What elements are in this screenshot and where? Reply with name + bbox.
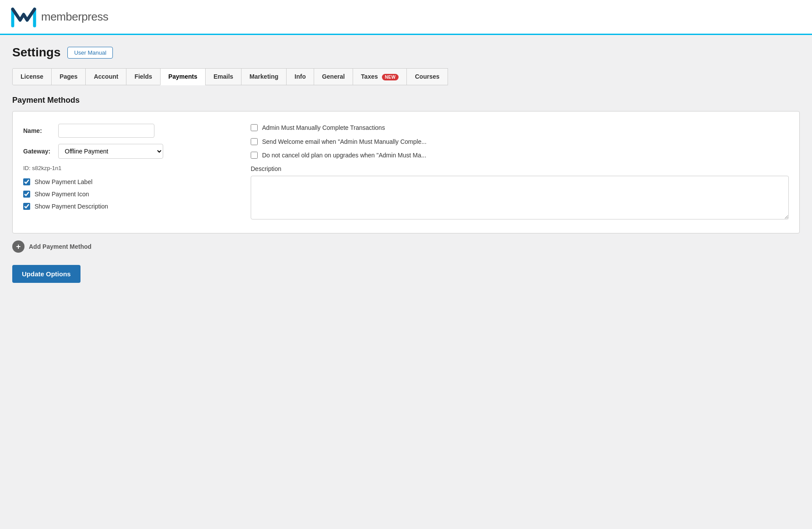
gateway-row: Gateway: Offline Payment Stripe PayPal A… (23, 144, 224, 159)
add-payment-row[interactable]: + Add Payment Method (12, 240, 800, 253)
tab-license[interactable]: License (12, 68, 52, 85)
show-payment-description-checkbox[interactable] (23, 203, 30, 210)
gateway-label: Gateway: (23, 148, 54, 155)
show-payment-icon-checkbox[interactable] (23, 191, 30, 198)
logo-icon (10, 5, 37, 29)
send-welcome-checkbox[interactable] (251, 138, 258, 145)
name-row: Name: (23, 124, 224, 138)
payment-methods-section: Payment Methods Name: Gateway: Offline P… (12, 96, 800, 283)
show-payment-icon-text: Show Payment Icon (35, 191, 89, 198)
page-title: Settings (12, 45, 60, 59)
send-welcome-label: Send Welcome email when "Admin Must Manu… (262, 138, 427, 146)
payment-card-inner: Name: Gateway: Offline Payment Stripe Pa… (23, 124, 789, 221)
main-content: Settings User Manual License Pages Accou… (0, 35, 812, 293)
tabs-bar: License Pages Account Fields Payments Em… (12, 68, 800, 85)
send-welcome-row: Send Welcome email when "Admin Must Manu… (251, 138, 789, 146)
tab-payments[interactable]: Payments (160, 68, 206, 85)
do-not-cancel-checkbox[interactable] (251, 152, 258, 159)
do-not-cancel-label: Do not cancel old plan on upgrades when … (262, 151, 426, 160)
name-input[interactable] (58, 124, 154, 138)
show-payment-icon-row: Show Payment Icon (23, 191, 224, 198)
taxes-new-badge: NEW (382, 74, 399, 80)
tab-marketing[interactable]: Marketing (241, 68, 287, 85)
admin-manually-checkbox[interactable] (251, 124, 258, 131)
add-payment-label: Add Payment Method (29, 243, 91, 250)
tab-fields[interactable]: Fields (126, 68, 160, 85)
tab-emails[interactable]: Emails (205, 68, 242, 85)
payment-left: Name: Gateway: Offline Payment Stripe Pa… (23, 124, 224, 221)
payment-id: ID: s82kzp-1n1 (23, 165, 224, 171)
payment-method-card: Name: Gateway: Offline Payment Stripe Pa… (12, 111, 800, 233)
show-payment-label-text: Show Payment Label (35, 178, 92, 185)
name-label: Name: (23, 127, 54, 134)
tab-account[interactable]: Account (85, 68, 126, 85)
show-payment-description-row: Show Payment Description (23, 203, 224, 210)
show-payment-label-checkbox[interactable] (23, 178, 30, 185)
admin-manually-row: Admin Must Manually Complete Transaction… (251, 124, 789, 132)
header: memberpress (0, 0, 812, 35)
gateway-select[interactable]: Offline Payment Stripe PayPal Authorize.… (58, 144, 163, 159)
tab-general[interactable]: General (314, 68, 353, 85)
show-payment-label-row: Show Payment Label (23, 178, 224, 185)
logo-text: memberpress (41, 10, 108, 24)
update-options-button[interactable]: Update Options (12, 265, 80, 283)
admin-manually-label: Admin Must Manually Complete Transaction… (262, 124, 385, 132)
logo-area: memberpress (10, 5, 108, 29)
settings-title-row: Settings User Manual (12, 45, 800, 59)
section-title: Payment Methods (12, 96, 800, 105)
show-payment-description-text: Show Payment Description (35, 203, 108, 210)
tab-pages[interactable]: Pages (51, 68, 86, 85)
tab-info[interactable]: Info (286, 68, 314, 85)
payment-right: Admin Must Manually Complete Transaction… (251, 124, 789, 221)
do-not-cancel-row: Do not cancel old plan on upgrades when … (251, 151, 789, 160)
add-payment-icon: + (12, 240, 24, 253)
description-label: Description (251, 165, 789, 172)
user-manual-button[interactable]: User Manual (67, 47, 113, 59)
tab-courses[interactable]: Courses (406, 68, 448, 85)
description-textarea[interactable] (251, 176, 789, 219)
tab-taxes[interactable]: Taxes NEW (353, 68, 407, 85)
